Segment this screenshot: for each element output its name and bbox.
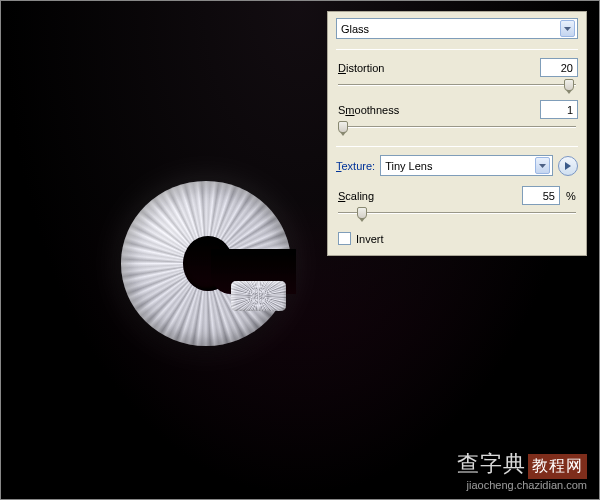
texture-label: Texture: (336, 160, 375, 172)
watermark: 查字典教程网 jiaocheng.chazidian.com (457, 449, 587, 491)
watermark-title: 查字典教程网 (457, 449, 587, 479)
letter-g-bar (231, 281, 286, 311)
filter-type-value: Glass (341, 23, 560, 35)
slider-thumb[interactable] (564, 79, 574, 91)
distortion-control: Distortion (336, 58, 578, 94)
smoothness-slider[interactable] (338, 122, 576, 136)
smoothness-label: Smoothness (336, 104, 399, 116)
distortion-slider[interactable] (338, 80, 576, 94)
slider-thumb[interactable] (357, 207, 367, 219)
texture-select[interactable]: Tiny Lens (380, 155, 553, 176)
divider (336, 49, 578, 50)
smoothness-input[interactable] (540, 100, 578, 119)
watermark-url: jiaocheng.chazidian.com (457, 479, 587, 491)
divider (336, 146, 578, 147)
chevron-down-icon (535, 157, 550, 174)
slider-thumb[interactable] (338, 121, 348, 133)
smoothness-control: Smoothness (336, 100, 578, 136)
filter-type-select[interactable]: Glass (336, 18, 578, 39)
chevron-down-icon (560, 20, 575, 37)
invert-label: Invert (356, 233, 384, 245)
distortion-input[interactable] (540, 58, 578, 77)
texture-row: Texture: Tiny Lens (336, 155, 578, 176)
scaling-slider[interactable] (338, 208, 576, 222)
scaling-label: Scaling (336, 190, 516, 202)
invert-row: Invert (336, 232, 578, 245)
texture-menu-button[interactable] (558, 156, 578, 176)
scaling-label-row: Scaling % (336, 186, 578, 205)
styled-letter-g (121, 181, 291, 346)
glass-filter-panel: Glass Distortion Smoothness Texture: Tin… (327, 11, 587, 256)
texture-value: Tiny Lens (385, 160, 535, 172)
distortion-label: Distortion (336, 62, 384, 74)
scaling-unit: % (566, 190, 578, 202)
invert-checkbox[interactable] (338, 232, 351, 245)
scaling-input[interactable] (522, 186, 560, 205)
